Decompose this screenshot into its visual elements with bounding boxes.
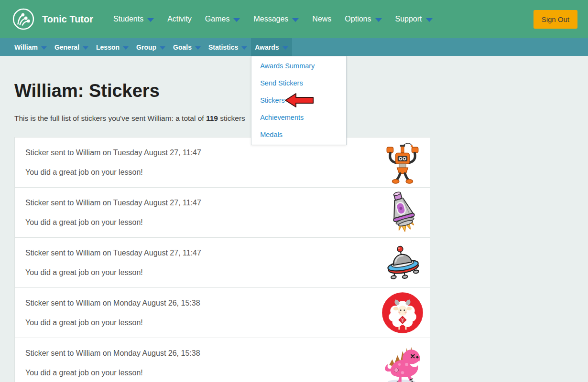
subnav-item-label: William: [14, 43, 38, 51]
chevron-down-icon: [147, 18, 154, 22]
sticker-card-text: Sticker sent to William on Monday August…: [25, 349, 381, 377]
sticker-card-text: Sticker sent to William on Tuesday Augus…: [25, 199, 381, 227]
sticker-message-line: You did a great job on your lesson!: [25, 168, 381, 177]
sticker-message-line: You did a great job on your lesson!: [25, 369, 381, 377]
chevron-down-icon: [195, 46, 201, 50]
subnav-item-label: General: [54, 43, 79, 51]
subnav-item-goals[interactable]: Goals: [169, 38, 205, 56]
sticker-sent-line: Sticker sent to William on Tuesday Augus…: [25, 149, 381, 157]
menu-item-support[interactable]: Support: [389, 15, 439, 23]
subnav-item-label: Group: [136, 43, 156, 51]
chevron-down-icon: [426, 18, 433, 22]
sticker-card: Sticker sent to William on Monday August…: [14, 287, 430, 338]
sticker-sent-line: Sticker sent to William on Tuesday Augus…: [25, 249, 381, 257]
chevron-down-icon: [233, 18, 240, 22]
menu-item-games[interactable]: Games: [198, 15, 247, 23]
flying-saucer-sticker-image: [381, 241, 424, 285]
sticker-card: Sticker sent to William on Tuesday Augus…: [14, 187, 430, 238]
chevron-down-icon: [160, 46, 165, 50]
sticker-list: Sticker sent to William on Tuesday Augus…: [14, 137, 430, 382]
chevron-down-icon: [375, 18, 382, 22]
dropdown-item-send-stickers[interactable]: Send Stickers: [251, 74, 346, 92]
dropdown-item-awards-summary[interactable]: Awards Summary: [251, 57, 346, 74]
student-subnav: William General Lesson Group Goals Stati…: [0, 38, 588, 56]
sticker-card: Sticker sent to William on Monday August…: [14, 338, 430, 382]
subnav-item-label: Goals: [173, 43, 192, 51]
sticker-sent-line: Sticker sent to William on Monday August…: [25, 349, 381, 358]
menu-item-label: Support: [395, 15, 422, 23]
subnav-item-label: Awards: [255, 43, 279, 51]
chevron-down-icon: [83, 46, 88, 50]
menu-item-label: Games: [205, 15, 230, 23]
chevron-down-icon: [292, 18, 299, 22]
sticker-card-text: Sticker sent to William on Monday August…: [25, 299, 381, 327]
pink-dinosaur-sticker-image: [381, 341, 424, 382]
menu-item-students[interactable]: Students: [107, 15, 161, 23]
dropdown-item-achievements[interactable]: Achievements: [251, 109, 346, 126]
top-menu: Students Activity Games Messages News Op…: [107, 15, 439, 23]
orange-robot-sticker-image: [381, 140, 424, 184]
sticker-sent-line: Sticker sent to William on Tuesday Augus…: [25, 199, 381, 207]
subnav-item-group[interactable]: Group: [132, 38, 169, 56]
intro-prefix: This is the full list of stickers you've…: [14, 114, 206, 122]
sticker-card: Sticker sent to William on Tuesday Augus…: [14, 137, 430, 188]
white-sheep-red-circle-sticker-image: 羊: [381, 291, 424, 335]
subnav-item-general[interactable]: General: [51, 38, 92, 56]
menu-item-messages[interactable]: Messages: [247, 15, 305, 23]
sticker-card-text: Sticker sent to William on Tuesday Augus…: [25, 149, 381, 177]
menu-item-label: Options: [345, 15, 371, 23]
sign-out-button[interactable]: Sign Out: [534, 10, 577, 29]
sticker-message-line: You did a great job on your lesson!: [25, 218, 381, 227]
tonic-tutor-logo-icon[interactable]: [12, 8, 34, 30]
menu-item-label: News: [312, 15, 331, 23]
subnav-item-label: Lesson: [96, 43, 120, 51]
sticker-total-count: 119: [206, 114, 218, 122]
awards-dropdown-menu: Awards Summary Send Stickers Stickers Ac…: [251, 56, 347, 145]
menu-item-news[interactable]: News: [305, 15, 338, 23]
top-navbar: Tonic Tutor Students Activity Games Mess…: [0, 0, 588, 38]
sticker-message-line: You did a great job on your lesson!: [25, 268, 381, 277]
sticker-message-line: You did a great job on your lesson!: [25, 318, 381, 327]
menu-item-options[interactable]: Options: [338, 15, 388, 23]
purple-space-capsule-sticker-image: [381, 191, 424, 234]
sticker-card-text: Sticker sent to William on Tuesday Augus…: [25, 249, 381, 277]
sticker-sent-line: Sticker sent to William on Monday August…: [25, 299, 381, 308]
menu-item-label: Students: [113, 15, 143, 23]
menu-item-label: Messages: [253, 15, 288, 23]
menu-item-activity[interactable]: Activity: [161, 15, 198, 23]
subnav-item-awards-active[interactable]: Awards Awards Summary Send Stickers Stic…: [251, 38, 292, 56]
menu-item-label: Activity: [167, 15, 192, 23]
subnav-item-lesson[interactable]: Lesson: [92, 38, 132, 56]
intro-text: This is the full list of stickers you've…: [14, 114, 430, 123]
chevron-down-icon: [123, 46, 129, 50]
chevron-down-icon: [241, 46, 247, 50]
brand-name[interactable]: Tonic Tutor: [42, 14, 93, 25]
dropdown-item-medals[interactable]: Medals: [251, 126, 346, 143]
subnav-item-william[interactable]: William: [11, 38, 51, 56]
sticker-card: Sticker sent to William on Tuesday Augus…: [14, 237, 430, 288]
subnav-item-label: Statistics: [208, 43, 238, 51]
chevron-down-icon: [41, 46, 47, 50]
chevron-down-icon: [283, 46, 288, 50]
dropdown-item-stickers[interactable]: Stickers: [251, 92, 346, 109]
intro-suffix: stickers: [218, 114, 245, 122]
svg-text:羊: 羊: [400, 318, 405, 323]
subnav-item-statistics[interactable]: Statistics: [205, 38, 251, 56]
